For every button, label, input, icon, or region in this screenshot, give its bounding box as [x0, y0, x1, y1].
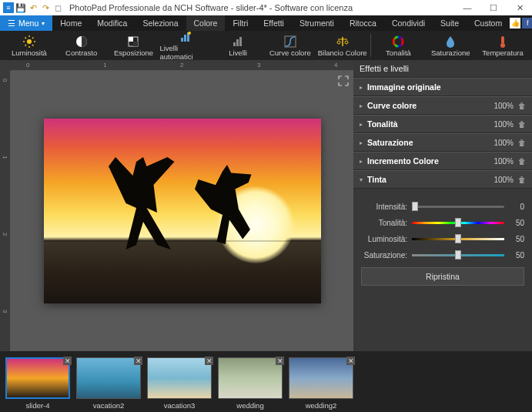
close-thumb-icon[interactable]: ✕ — [346, 357, 355, 365]
toolbar-label: Curve colore — [269, 49, 311, 57]
layer-curve-colore[interactable]: ▸ Curve colore 100% 🗑 — [353, 96, 532, 115]
layer-opacity: 100% — [494, 157, 514, 166]
delete-layer-icon[interactable]: 🗑 — [518, 176, 526, 184]
chevron-right-icon: ▸ — [360, 102, 367, 109]
svg-line-5 — [25, 37, 26, 39]
minimize-button[interactable]: — — [458, 3, 477, 13]
fullscreen-icon[interactable] — [338, 75, 349, 86]
balance-icon — [336, 35, 350, 47]
maximize-button[interactable]: ☐ — [484, 3, 503, 13]
levels-icon — [231, 35, 245, 47]
menu-tab-home[interactable]: Home — [52, 15, 89, 31]
menu-tab-filtri[interactable]: Filtri — [225, 15, 256, 31]
effects-panel: Effetti e livelli ▸ Immagine originale ▸… — [353, 60, 532, 351]
new-icon[interactable]: ◻ — [52, 2, 63, 13]
intensity-value: 0 — [509, 203, 524, 211]
toolbar-contrast[interactable]: Contrasto — [55, 33, 108, 59]
saturation-thumb[interactable] — [455, 250, 461, 260]
toolbar-temperature[interactable]: Temperatura — [477, 33, 529, 59]
auto-levels-icon — [179, 30, 192, 42]
intensity-slider: Intensità: 0 — [361, 203, 524, 211]
thumbnail-vacation2[interactable]: ✕ vacation2 — [75, 357, 142, 410]
hue-thumb[interactable] — [455, 218, 461, 227]
facebook-icon[interactable]: f — [522, 18, 532, 28]
layer-opacity: 100% — [494, 139, 514, 147]
toolbar-separator — [370, 34, 371, 57]
layer-opacity: 100% — [494, 120, 514, 129]
title-bar: ≡ 💾 ↶ ↷ ◻ PhotoPad Professionale da NCH … — [0, 0, 532, 15]
close-button[interactable]: ✕ — [510, 3, 529, 13]
svg-rect-14 — [184, 35, 186, 42]
layer-saturazione[interactable]: ▸ Saturazione 100% 🗑 — [353, 133, 532, 152]
toolbar-saturation[interactable]: Saturazione — [424, 33, 477, 59]
ruler-vertical: 0123 — [0, 71, 11, 351]
chevron-down-icon: ▾ — [360, 176, 367, 183]
luminosity-track[interactable] — [412, 238, 504, 240]
close-thumb-icon[interactable]: ✕ — [134, 357, 142, 365]
svg-rect-18 — [236, 39, 239, 46]
intensity-label: Intensità: — [361, 203, 407, 211]
toolbar-label: Bilancio Colore — [318, 49, 367, 57]
ruler-tick: 3 — [257, 62, 260, 69]
svg-point-23 — [337, 41, 340, 44]
thumbnail-vacation3[interactable]: ✕ vacation3 — [146, 357, 212, 410]
thumb-name: slider-4 — [25, 401, 49, 410]
ruler-tick: 3 — [2, 310, 8, 313]
delete-layer-icon[interactable]: 🗑 — [518, 157, 526, 166]
luminosity-thumb[interactable] — [455, 234, 461, 243]
chevron-right-icon: ▸ — [360, 84, 367, 91]
thumb-name: vacation2 — [93, 401, 125, 410]
thumb-name: vacation3 — [164, 401, 196, 410]
toolbar-exposure[interactable]: Esposizione — [108, 33, 160, 59]
svg-rect-12 — [133, 42, 138, 46]
toolbar-label: Tonalità — [386, 49, 411, 57]
thumbnail-wedding[interactable]: ✕ wedding — [217, 357, 283, 410]
saturation-track[interactable] — [412, 254, 504, 256]
redo-icon[interactable]: ↷ — [40, 2, 51, 13]
chevron-right-icon: ▸ — [360, 139, 367, 146]
thumbnail-wedding2[interactable]: ✕ wedding2 — [288, 357, 354, 410]
menu-tab-ritocca[interactable]: Ritocca — [342, 15, 384, 31]
menu-tab-custom[interactable]: Custom — [467, 15, 510, 31]
hue-track[interactable] — [412, 222, 504, 224]
close-thumb-icon[interactable]: ✕ — [63, 357, 72, 365]
like-icon[interactable]: 👍 — [510, 18, 520, 28]
layer-immagine-originale[interactable]: ▸ Immagine originale — [353, 78, 532, 96]
toolbar-auto-levels[interactable]: Livelli automatici — [159, 28, 212, 62]
menu-tab-strumenti[interactable]: Strumenti — [292, 15, 342, 31]
hue-value: 50 — [509, 219, 524, 227]
toolbar-hue[interactable]: Tonalità — [373, 33, 425, 59]
close-thumb-icon[interactable]: ✕ — [205, 357, 213, 365]
undo-icon[interactable]: ↶ — [28, 2, 38, 13]
thumbnail-slider-4[interactable]: ✕ slider-4 — [5, 357, 71, 410]
toolbar-brightness[interactable]: Luminosità — [3, 33, 55, 59]
temperature-icon — [496, 35, 510, 47]
menu-tab-modifica[interactable]: Modifica — [89, 15, 135, 31]
toolbar-balance[interactable]: Bilancio Colore — [316, 33, 369, 59]
menu-tab-condividi[interactable]: Condividi — [384, 15, 433, 31]
thumb-image — [218, 357, 283, 399]
reset-button[interactable]: Ripristina — [361, 267, 524, 286]
hue-slider: Tonalità: 50 — [361, 219, 524, 227]
delete-layer-icon[interactable]: 🗑 — [518, 139, 526, 147]
intensity-track[interactable] — [412, 206, 504, 208]
canvas[interactable] — [11, 71, 353, 351]
save-icon[interactable]: 💾 — [15, 2, 26, 13]
layer-tinta[interactable]: ▾ Tinta 100% 🗑 — [353, 170, 532, 189]
brightness-icon — [22, 35, 36, 47]
thumb-image — [289, 357, 353, 399]
delete-layer-icon[interactable]: 🗑 — [518, 120, 526, 129]
thumb-name: wedding — [236, 401, 263, 410]
layer-incremento-colore[interactable]: ▸ Incremento Colore 100% 🗑 — [353, 152, 532, 170]
delete-layer-icon[interactable]: 🗑 — [518, 102, 526, 110]
menu-button[interactable]: ☰ Menu ▾ — [0, 15, 52, 31]
svg-rect-19 — [239, 37, 242, 46]
layer-tonalità[interactable]: ▸ Tonalità 100% 🗑 — [353, 115, 532, 133]
toolbar-curves[interactable]: Curve colore — [264, 33, 316, 59]
menu-tab-suite[interactable]: Suite — [433, 15, 467, 31]
close-thumb-icon[interactable]: ✕ — [276, 357, 284, 365]
toolbar-levels[interactable]: Livelli — [212, 33, 264, 59]
ruler-tick: 4 — [334, 62, 337, 69]
menu-tab-effetti[interactable]: Effetti — [256, 15, 292, 31]
intensity-thumb[interactable] — [412, 202, 418, 211]
